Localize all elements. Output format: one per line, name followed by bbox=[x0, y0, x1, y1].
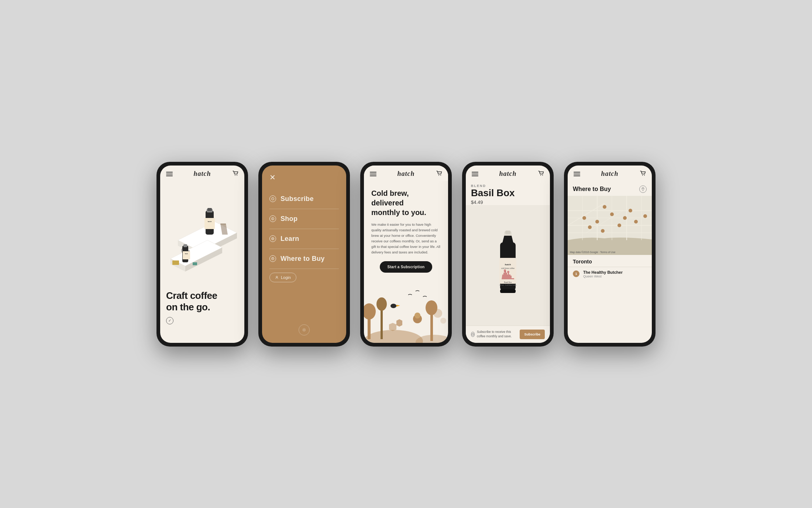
svg-point-41 bbox=[414, 313, 420, 318]
svg-point-45 bbox=[540, 175, 541, 175]
subscribe-title: Cold brew, delivered monthly to you. bbox=[371, 188, 441, 217]
scroll-indicator[interactable]: ✓ bbox=[166, 317, 173, 324]
svg-rect-17 bbox=[183, 244, 187, 247]
svg-text:hatch: hatch bbox=[185, 253, 188, 255]
svg-rect-50 bbox=[499, 258, 516, 284]
cart-icon-3[interactable] bbox=[436, 170, 442, 178]
menu-item-where-to-buy[interactable]: Where to Buy bbox=[269, 249, 339, 269]
phone-product: hatch BLEND Basil Box $4.49 bbox=[462, 162, 554, 347]
svg-point-83 bbox=[643, 214, 647, 218]
svg-point-25 bbox=[272, 238, 274, 240]
menu-item-subscribe[interactable]: Subscribe bbox=[269, 189, 339, 209]
svg-point-26 bbox=[272, 238, 273, 239]
svg-rect-11 bbox=[204, 218, 215, 229]
svg-point-81 bbox=[582, 216, 586, 220]
svg-point-82 bbox=[634, 220, 638, 224]
svg-point-1 bbox=[237, 175, 237, 175]
svg-rect-57 bbox=[500, 289, 516, 293]
cart-icon-4[interactable] bbox=[537, 170, 544, 178]
svg-point-84 bbox=[603, 205, 606, 209]
app-title-5: hatch bbox=[601, 170, 618, 178]
cta-button[interactable]: Start a Subscription bbox=[380, 261, 432, 273]
svg-point-46 bbox=[542, 175, 543, 175]
subscribe-bar: Subscribe to receive this coffee monthly… bbox=[466, 325, 550, 343]
phone-where-to-buy: hatch Where to Buy bbox=[564, 162, 656, 347]
subscribe-label: Subscribe bbox=[281, 195, 314, 203]
shop-label: Shop bbox=[281, 215, 297, 223]
svg-point-42 bbox=[390, 304, 396, 308]
svg-point-30 bbox=[438, 175, 439, 175]
sub-text: Subscribe to receive this coffee monthly… bbox=[477, 330, 520, 338]
product-label: BLEND bbox=[466, 181, 550, 188]
svg-point-60 bbox=[644, 175, 645, 175]
hero-text: Craft coffee on the go. bbox=[166, 290, 238, 313]
app-title-1: hatch bbox=[193, 170, 211, 178]
learn-menu-icon bbox=[269, 235, 276, 242]
map-area: Map data ©2016 Google · Terms of Use bbox=[568, 196, 652, 255]
svg-rect-36 bbox=[381, 306, 383, 339]
svg-point-59 bbox=[642, 175, 643, 175]
menu-item-learn[interactable]: Learn bbox=[269, 229, 339, 249]
navbar-subscribe: hatch bbox=[364, 166, 448, 181]
where-title: Where to Buy bbox=[573, 186, 611, 192]
svg-rect-21 bbox=[193, 262, 197, 265]
svg-point-43 bbox=[433, 309, 442, 318]
learn-label: Learn bbox=[281, 235, 299, 243]
store-name-1: The Healthy Butcher bbox=[583, 270, 623, 275]
app-title-3: hatch bbox=[397, 170, 414, 178]
hamburger-icon[interactable] bbox=[166, 172, 173, 176]
hamburger-icon-5[interactable] bbox=[574, 172, 580, 176]
svg-rect-48 bbox=[505, 231, 510, 234]
hamburger-icon-3[interactable] bbox=[370, 172, 376, 176]
svg-point-77 bbox=[629, 209, 632, 212]
app-title-4: hatch bbox=[499, 170, 516, 178]
where-to-buy-label: Where to Buy bbox=[281, 255, 325, 263]
store-number-1: 1 bbox=[573, 270, 579, 277]
menu-items-list: Subscribe $ Shop Learn bbox=[269, 189, 339, 317]
brand-icon: ❄ bbox=[299, 324, 310, 335]
shop-menu-icon: $ bbox=[269, 215, 276, 222]
hamburger-icon-4[interactable] bbox=[472, 172, 478, 176]
svg-text:Basil Box: Basil Box bbox=[504, 281, 512, 283]
svg-text:$: $ bbox=[272, 218, 273, 220]
svg-rect-18 bbox=[183, 251, 190, 259]
subscribe-body: We make it easier for you to have high q… bbox=[371, 222, 441, 255]
cart-icon-1[interactable] bbox=[232, 170, 238, 178]
navbar-product: hatch bbox=[466, 166, 550, 181]
login-button[interactable]: Login bbox=[269, 273, 296, 282]
svg-point-54 bbox=[507, 271, 509, 273]
svg-point-80 bbox=[617, 224, 621, 227]
svg-point-78 bbox=[588, 225, 592, 229]
product-image-area: hatch cold brew coffee Basil Box 330 mL … bbox=[466, 205, 550, 325]
menu-footer: ❄ bbox=[269, 317, 339, 335]
subscribe-button[interactable]: Subscribe bbox=[520, 330, 545, 339]
hero-scene-svg: hatch hatch bbox=[163, 188, 244, 292]
hero-headline: Craft coffee on the go. bbox=[166, 290, 238, 313]
phones-container: hatch bbox=[156, 162, 656, 347]
svg-point-35 bbox=[364, 303, 376, 320]
screen-product: hatch BLEND Basil Box $4.49 bbox=[466, 166, 550, 343]
svg-point-79 bbox=[601, 229, 605, 233]
svg-point-32 bbox=[364, 330, 423, 343]
illustration-area bbox=[364, 276, 448, 343]
location-icon[interactable] bbox=[639, 185, 647, 193]
screen-where-to-buy: hatch Where to Buy bbox=[568, 166, 652, 343]
screen-menu: ✕ Subscribe $ Shop bbox=[262, 166, 346, 343]
store-address-1: Queen West bbox=[583, 275, 623, 278]
svg-point-29 bbox=[276, 276, 278, 277]
jungle-svg bbox=[364, 284, 448, 343]
svg-point-31 bbox=[440, 175, 441, 175]
svg-rect-10 bbox=[207, 208, 212, 211]
sub-icon bbox=[471, 332, 475, 337]
cart-icon-5[interactable] bbox=[639, 170, 646, 178]
svg-text:330 mL · Cold Brew Coffee: 330 mL · Cold Brew Coffee bbox=[499, 284, 517, 286]
subscribe-menu-icon bbox=[269, 195, 276, 202]
menu-item-shop[interactable]: $ Shop bbox=[269, 209, 339, 229]
svg-point-28 bbox=[272, 258, 273, 259]
phone-menu: ✕ Subscribe $ Shop bbox=[258, 162, 350, 347]
svg-point-37 bbox=[376, 297, 387, 311]
svg-text:hatch: hatch bbox=[505, 263, 511, 266]
svg-point-53 bbox=[504, 269, 506, 272]
menu-close-button[interactable]: ✕ bbox=[269, 173, 339, 182]
city-label: Toronto bbox=[568, 255, 652, 267]
